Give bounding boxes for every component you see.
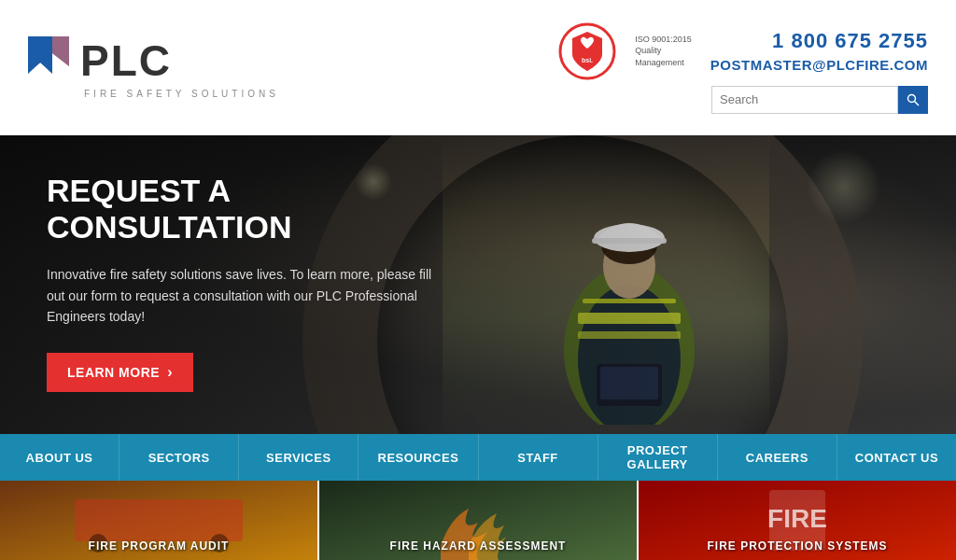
logo-company-name: PLC (80, 39, 172, 82)
bsi-iso-line1: ISO (635, 35, 650, 44)
card-title-1: FIRE PROGRAM AUDIT (0, 539, 317, 553)
hero-banner: REQUEST ACONSULTATION Innovative fire sa… (0, 135, 956, 434)
svg-text:FIRE: FIRE (767, 504, 827, 533)
bsi-badge: bsi. (558, 22, 616, 80)
learn-more-label: LEARN MORE (67, 365, 160, 380)
nav-item-careers[interactable]: CAREERS (718, 434, 837, 481)
search-button[interactable] (898, 86, 928, 114)
search-row (711, 86, 928, 114)
site-header: PLC FIRE SAFETY SOLUTIONS bsi. ISO (0, 0, 956, 135)
search-input[interactable] (711, 86, 898, 114)
email-address[interactable]: POSTMASTER@PLCFIRE.COM (710, 57, 928, 73)
hero-description: Innovative fire safety solutions save li… (47, 264, 439, 327)
nav-item-resources[interactable]: RESOURCES (358, 434, 478, 481)
svg-point-7 (908, 94, 916, 102)
svg-marker-4 (52, 36, 69, 66)
learn-more-arrow: › (167, 364, 173, 381)
nav-item-staff[interactable]: STAFF (479, 434, 598, 481)
cards-strip: FIRE PROGRAM AUDIT FIRE HAZARD ASSESSMEN… (0, 481, 956, 560)
nav-item-sectors[interactable]: SECTORS (120, 434, 239, 481)
bsi-iso-line2: 9001:2015 (652, 35, 692, 44)
card-title-2: FIRE HAZARD ASSESSMENT (319, 539, 637, 553)
main-navbar: ABOUT US SECTORS SERVICES RESOURCES STAF… (0, 434, 956, 481)
logo-tagline: FIRE SAFETY SOLUTIONS (84, 89, 279, 99)
card-fire-protection-systems[interactable]: FIRE FIRE PROTECTION SYSTEMS (639, 481, 956, 560)
hero-title: REQUEST ACONSULTATION (47, 173, 439, 245)
learn-more-button[interactable]: LEARN MORE › (47, 353, 193, 392)
logo-area: PLC FIRE SAFETY SOLUTIONS (28, 36, 279, 99)
phone-number[interactable]: 1 800 675 2755 (772, 29, 928, 53)
logo-mark: PLC (28, 36, 172, 85)
nav-item-services[interactable]: SERVICES (239, 434, 358, 481)
contact-row: bsi. ISO 9001:2015 Quality Management 1 … (558, 22, 928, 80)
nav-item-about-us[interactable]: ABOUT US (0, 434, 120, 481)
card-title-3: FIRE PROTECTION SYSTEMS (639, 539, 956, 553)
bsi-badge-svg: bsi. (558, 22, 616, 80)
nav-item-project-gallery[interactable]: PROJECT GALLERY (598, 434, 718, 481)
bsi-quality-line: Quality (635, 46, 661, 55)
card-fire-program-audit[interactable]: FIRE PROGRAM AUDIT (0, 481, 319, 560)
plc-logo-icon (28, 36, 77, 85)
bsi-mgmt-line: Management (635, 58, 684, 67)
nav-item-contact-us[interactable]: CONTACT US (837, 434, 956, 481)
svg-line-8 (915, 101, 920, 105)
card-fire-hazard-assessment[interactable]: FIRE HAZARD ASSESSMENT (319, 481, 639, 560)
svg-text:bsi.: bsi. (582, 57, 593, 63)
header-right: bsi. ISO 9001:2015 Quality Management 1 … (558, 22, 928, 114)
search-icon (907, 93, 920, 106)
hero-content: REQUEST ACONSULTATION Innovative fire sa… (47, 173, 439, 392)
